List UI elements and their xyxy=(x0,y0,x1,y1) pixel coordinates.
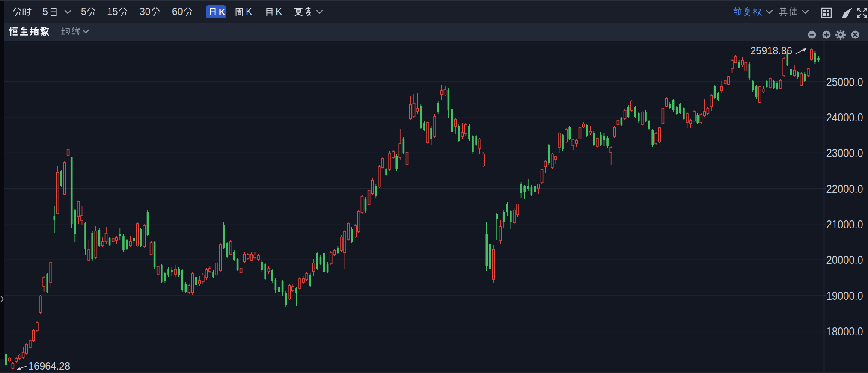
svg-text:16964.28: 16964.28 xyxy=(28,361,70,372)
svg-text:5: 5 xyxy=(81,6,86,17)
svg-text:60: 60 xyxy=(172,6,183,17)
svg-text:25918.86: 25918.86 xyxy=(750,45,792,56)
svg-text:24000.0: 24000.0 xyxy=(826,111,863,124)
svg-text:K: K xyxy=(276,6,282,17)
svg-text:5: 5 xyxy=(42,6,48,17)
svg-text:19000.0: 19000.0 xyxy=(826,289,863,302)
svg-text:15: 15 xyxy=(107,6,118,17)
svg-text:23000.0: 23000.0 xyxy=(826,146,863,160)
svg-text:18000.0: 18000.0 xyxy=(826,325,863,338)
svg-text:25000.0: 25000.0 xyxy=(826,75,863,89)
svg-text:K: K xyxy=(246,6,253,17)
svg-text:K: K xyxy=(219,7,225,17)
svg-text:22000.0: 22000.0 xyxy=(826,182,863,195)
svg-text:21000.0: 21000.0 xyxy=(826,218,863,231)
svg-text:30: 30 xyxy=(140,6,151,17)
svg-text:20000.0: 20000.0 xyxy=(826,253,863,266)
